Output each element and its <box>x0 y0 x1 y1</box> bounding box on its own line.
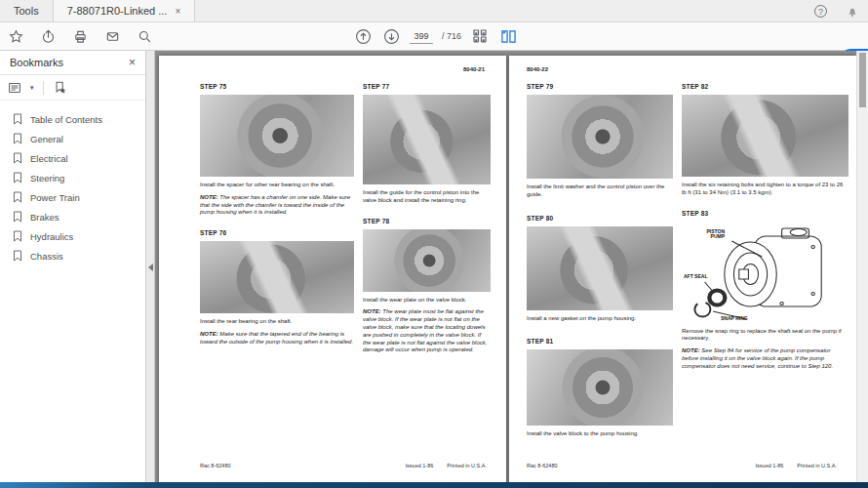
previous-page-icon[interactable] <box>353 25 373 47</box>
step-body: Install the six retaining bolts and tigh… <box>682 182 848 197</box>
add-bookmark-icon[interactable] <box>53 77 68 99</box>
step-note: NOTE: The spacer has a chamfer on one si… <box>200 194 354 217</box>
step-title: STEP 83 <box>682 210 848 217</box>
step-75: STEP 75 Install the spacer for other rea… <box>200 83 354 217</box>
bookmarks-panel-title: Bookmarks <box>10 57 129 68</box>
two-page-view-icon[interactable] <box>498 25 518 47</box>
toolbar-divider <box>43 81 44 95</box>
step-77: STEP 77 Install the guide for the contro… <box>363 83 491 205</box>
step-79: STEP 79 Install the limit washer and the… <box>527 83 673 199</box>
page-footer-printed: Printed in U.S.A. <box>797 463 837 468</box>
step-title: STEP 79 <box>527 83 673 90</box>
bookmarks-list: Table of Contents General Electrical Ste… <box>0 101 145 265</box>
step-title: STEP 80 <box>527 215 673 222</box>
star-favorite-icon[interactable] <box>6 25 25 47</box>
step-note: NOTE: The wear plate must be flat agains… <box>363 308 491 354</box>
step-body: Install the spacer for other rear bearin… <box>200 182 354 189</box>
step-photo <box>682 95 848 177</box>
bookmark-label: Power Train <box>30 192 80 203</box>
tab-document[interactable]: 7-88071R0-Linked ... × <box>53 0 196 21</box>
collapse-panel-arrow-icon[interactable] <box>148 264 153 271</box>
step-note: NOTE: Make sure that the tapered end of … <box>200 331 354 346</box>
callout-piston-pump: PISTON PUMP <box>697 229 725 240</box>
bookmark-label: Electrical <box>30 153 68 164</box>
note-text: Make sure that the tapered end of the be… <box>200 331 353 345</box>
step-body: Install the wear plate on the valve bloc… <box>363 297 491 305</box>
page-footer-printed: Printed in U.S.A. <box>447 463 487 468</box>
step-body: Install the rear bearing on the shaft. <box>200 318 354 326</box>
step-body: Install a new gasket on the pump housing… <box>527 315 673 323</box>
callout-aft-seal: AFT SEAL <box>684 274 707 280</box>
bookmark-item-general[interactable]: General <box>0 129 145 148</box>
bookmark-label: Hydraulics <box>30 231 73 242</box>
vertical-scrollbar[interactable] <box>856 51 868 482</box>
bookmarks-panel: Bookmarks × ▾ Table of Contents General … <box>0 51 146 482</box>
page-number-input[interactable] <box>410 29 433 44</box>
main-toolbar: / 716 <box>0 22 868 51</box>
bookmark-label: General <box>30 134 63 144</box>
bookmark-item-steering[interactable]: Steering <box>0 168 145 187</box>
print-icon[interactable] <box>70 25 90 47</box>
panel-collapse-strip[interactable] <box>146 51 155 482</box>
page-footer-code: Rac 8-62480 <box>200 463 231 468</box>
step-photo <box>527 95 673 179</box>
note-label: NOTE: <box>200 194 218 200</box>
bookmark-label: Steering <box>30 173 64 183</box>
step-title: STEP 82 <box>682 83 848 90</box>
bookmark-item-power-train[interactable]: Power Train <box>0 187 145 207</box>
bookmark-item-table-of-contents[interactable]: Table of Contents <box>0 109 145 129</box>
tab-close-icon[interactable]: × <box>175 6 180 17</box>
page-header-number: 8040-22 <box>527 66 548 72</box>
step-title: STEP 81 <box>527 338 673 345</box>
step-title: STEP 76 <box>200 229 354 236</box>
taskbar-edge <box>0 482 868 488</box>
step-title: STEP 77 <box>363 83 491 90</box>
piston-pump-diagram: PISTON PUMP AFT SEAL SNAP RING <box>682 222 848 323</box>
step-photo <box>363 95 491 184</box>
bookmark-item-electrical[interactable]: Electrical <box>0 148 145 168</box>
step-body: Install the guide for the control piston… <box>363 189 491 205</box>
step-photo <box>200 241 354 313</box>
share-upload-icon[interactable] <box>38 25 58 47</box>
bookmarks-close-icon[interactable]: × <box>129 56 136 69</box>
step-photo <box>363 229 491 292</box>
email-icon[interactable] <box>102 25 122 47</box>
notifications-bell-icon[interactable] <box>843 1 862 22</box>
step-title: STEP 78 <box>363 218 491 224</box>
step-photo <box>527 349 673 426</box>
manual-page-8040-22: 8040-22 STEP 79 Install the limit washer… <box>509 56 856 482</box>
help-icon[interactable]: ? <box>814 5 827 18</box>
page-footer-issued: Issued 1-86 <box>406 463 434 468</box>
callout-snap-ring: SNAP RING <box>721 316 748 322</box>
note-text: See Step 84 for service of the pump comp… <box>682 347 833 369</box>
window-tab-bar: Tools 7-88071R0-Linked ... × ? <box>0 0 868 22</box>
document-view-area: 8040-21 STEP 75 Install the spacer for o… <box>156 51 856 482</box>
bookmark-item-hydraulics[interactable]: Hydraulics <box>0 226 145 246</box>
step-83: STEP 83 <box>682 210 848 371</box>
page-display-icon[interactable] <box>470 25 490 47</box>
manual-page-8040-21: 8040-21 STEP 75 Install the spacer for o… <box>159 56 506 482</box>
step-78: STEP 78 Install the wear plate on the va… <box>363 218 491 355</box>
bookmark-label: Brakes <box>30 212 59 223</box>
note-label: NOTE: <box>200 331 218 337</box>
next-page-icon[interactable] <box>381 25 401 47</box>
note-label: NOTE: <box>363 308 381 314</box>
note-label: NOTE: <box>682 347 700 353</box>
tab-document-label: 7-88071R0-Linked ... <box>67 5 168 17</box>
tab-tools-label: Tools <box>14 5 39 17</box>
page-header-number: 8040-21 <box>463 66 485 72</box>
step-title: STEP 75 <box>200 83 354 90</box>
chevron-down-icon[interactable]: ▾ <box>30 84 34 92</box>
bookmark-item-chassis[interactable]: Chassis <box>0 246 145 265</box>
scrollbar-thumb[interactable] <box>859 53 866 107</box>
page-footer-issued: Issued 1-86 <box>756 463 784 468</box>
note-text: The wear plate must be flat against the … <box>363 308 487 352</box>
page-footer-code: Rac 8-62480 <box>527 463 558 468</box>
search-zoom-icon[interactable] <box>135 25 154 47</box>
page-total-label: / 716 <box>442 31 461 41</box>
bookmarks-options-icon[interactable] <box>7 77 21 99</box>
tab-tools[interactable]: Tools <box>0 0 53 21</box>
bookmark-item-brakes[interactable]: Brakes <box>0 207 145 226</box>
step-81: STEP 81 Install the valve block to the p… <box>527 338 673 438</box>
step-note: NOTE: See Step 84 for service of the pum… <box>682 347 848 370</box>
